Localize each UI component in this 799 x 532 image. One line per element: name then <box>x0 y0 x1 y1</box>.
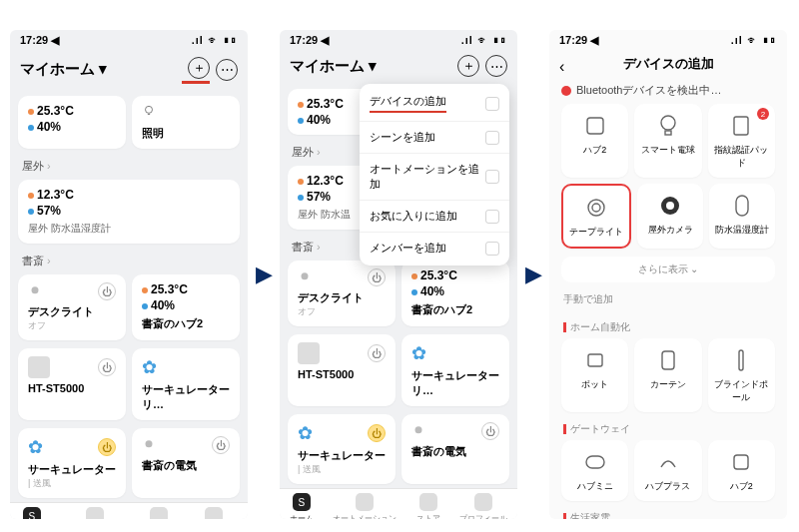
speaker-icon <box>28 356 50 378</box>
device-outdoor-camera[interactable]: 屋外カメラ <box>637 184 703 249</box>
screen-add-device: 17:29 ◀.ıl ᯤ ▮▯ ‹ デバイスの追加 Bluetoothデバイスを… <box>549 30 787 519</box>
study-light-card[interactable]: ⏻ 書斎の電気 <box>132 428 240 498</box>
device-icon <box>485 97 499 111</box>
power-toggle[interactable]: ⏻ <box>98 358 116 376</box>
tab-automation[interactable]: オートメーション <box>63 507 127 519</box>
add-button[interactable]: ＋ <box>457 55 479 77</box>
home-title[interactable]: マイホーム ▾ <box>290 57 377 76</box>
device-strip-light[interactable]: テープライト <box>561 184 631 249</box>
menu-add-member[interactable]: メンバーを追加 <box>360 233 509 264</box>
svg-point-5 <box>415 426 422 433</box>
power-toggle[interactable]: ⏻ <box>98 282 116 300</box>
section-gateway: ゲートウェイ <box>549 412 787 440</box>
back-button[interactable]: ‹ <box>559 58 564 76</box>
more-button[interactable]: ⋯ <box>485 55 507 77</box>
badge: 2 <box>757 108 769 120</box>
svg-rect-19 <box>734 455 748 469</box>
power-toggle[interactable]: ⏻ <box>212 436 230 454</box>
tab-profile[interactable]: プロフィール <box>190 507 238 519</box>
outdoor-env-card[interactable]: 12.3°C 57% 屋外 防水温湿度計 <box>18 180 240 244</box>
menu-add-device[interactable]: デバイスの追加 <box>360 86 509 122</box>
menu-add-favorite[interactable]: お気に入りに追加 <box>360 201 509 233</box>
svg-point-0 <box>146 106 153 113</box>
lighting-card[interactable]: 照明 <box>132 96 240 149</box>
svg-rect-6 <box>587 118 603 134</box>
svg-rect-9 <box>734 117 748 135</box>
device-keypad[interactable]: 2指紋認証パッド <box>708 104 775 178</box>
device-smart-bulb[interactable]: スマート電球 <box>634 104 701 178</box>
screen-home: 17:29 ◀ .ıl ᯤ ▮▯ マイホーム ▾ ＋ ⋯ 25.3°C 40% … <box>10 30 248 519</box>
indoor-env-card[interactable]: 25.3°C 40% <box>18 96 126 149</box>
show-more-button[interactable]: さらに表示 ⌄ <box>561 257 775 282</box>
device-blind-pole[interactable]: ブラインドポール <box>708 338 775 412</box>
menu-add-scene[interactable]: シーンを追加 <box>360 122 509 154</box>
svg-point-7 <box>661 116 675 130</box>
desk-light-card[interactable]: ⏻ デスクライト オフ <box>18 274 126 340</box>
bulb-icon <box>28 284 42 298</box>
add-button[interactable]: ＋ <box>188 57 210 79</box>
device-grid-row2: テープライト 屋外カメラ 防水温湿度計 <box>549 184 787 249</box>
section-outdoor[interactable]: 屋外 <box>10 153 248 176</box>
lighting-label: 照明 <box>142 126 230 141</box>
device-grid-row1: ハブ2 スマート電球 2指紋認証パッド <box>549 104 787 178</box>
svg-rect-15 <box>588 354 602 366</box>
tab-profile[interactable]: プロフィール <box>459 493 507 519</box>
device-hub2[interactable]: ハブ2 <box>561 104 628 178</box>
svg-rect-18 <box>586 456 604 468</box>
more-button[interactable]: ⋯ <box>216 59 238 81</box>
screen-home-menu: 17:29 ◀.ıl ᯤ ▮▯ マイホーム ▾ ＋ ⋯ 25.3°C 40% 屋… <box>280 30 517 519</box>
section-manual: 手動で追加 <box>549 282 787 310</box>
device-waterproof-meter[interactable]: 防水温湿度計 <box>709 184 775 249</box>
tab-store[interactable]: ストア <box>147 507 171 519</box>
circulator-card[interactable]: ✿⏻ サーキュレーター | 送風 <box>18 428 126 498</box>
page-title: デバイスの追加 <box>549 49 787 79</box>
status-bar: 17:29 ◀ .ıl ᯤ ▮▯ <box>10 30 248 49</box>
record-dot-icon <box>561 86 571 96</box>
section-home-automation: ホーム自動化 <box>549 310 787 338</box>
person-icon <box>485 242 499 256</box>
tab-store[interactable]: ストア <box>416 493 440 519</box>
svg-point-2 <box>32 286 39 293</box>
svg-rect-8 <box>665 131 671 135</box>
device-curtain[interactable]: カーテン <box>634 338 701 412</box>
device-hub-mini[interactable]: ハブミニ <box>561 440 628 501</box>
tab-automation[interactable]: オートメーション <box>333 493 397 519</box>
ht-card[interactable]: ⏻ HT-ST5000 <box>18 348 126 420</box>
status-icons: .ıl ᯤ ▮▯ <box>192 34 238 47</box>
tab-bar: Sホーム オートメーション ストア プロフィール <box>10 502 248 519</box>
svg-point-13 <box>666 202 674 210</box>
svg-rect-16 <box>662 351 674 369</box>
add-menu-popup: デバイスの追加 シーンを追加 オートメーションを追加 お気に入りに追加 メンバー… <box>360 84 509 266</box>
automation-icon <box>485 170 499 184</box>
scene-icon <box>485 131 499 145</box>
svg-point-3 <box>146 440 153 447</box>
svg-rect-14 <box>736 196 748 216</box>
fan-icon: ✿ <box>142 356 157 378</box>
svg-rect-17 <box>739 350 743 370</box>
device-hub2b[interactable]: ハブ2 <box>708 440 775 501</box>
flow-arrow-icon: ▶ <box>523 30 543 519</box>
svg-point-11 <box>592 204 600 212</box>
power-toggle[interactable]: ⏻ <box>98 438 116 456</box>
tab-home[interactable]: Sホーム <box>20 507 44 519</box>
outdoor-device-label: 屋外 防水温湿度計 <box>28 222 230 236</box>
study-hub-card[interactable]: 25.3°C 40% 書斎のハブ2 <box>132 274 240 340</box>
tab-home[interactable]: Sホーム <box>290 493 314 519</box>
home-title[interactable]: マイホーム ▾ <box>20 60 107 79</box>
svg-point-4 <box>302 272 309 279</box>
flow-arrow-icon: ▶ <box>254 30 274 519</box>
section-appliance: 生活家電 <box>549 501 787 519</box>
device-hub-plus[interactable]: ハブプラス <box>634 440 701 501</box>
menu-add-automation[interactable]: オートメーションを追加 <box>360 154 509 201</box>
bulb-icon <box>142 438 156 452</box>
heart-icon <box>485 210 499 224</box>
fan-icon: ✿ <box>28 436 43 458</box>
section-study[interactable]: 書斎 <box>10 248 248 270</box>
svg-point-10 <box>588 200 604 216</box>
bulb-icon <box>142 104 156 118</box>
circulator-remote-card[interactable]: ✿ サーキュレーターリ… <box>132 348 240 420</box>
bluetooth-scan-row: Bluetoothデバイスを検出中… <box>549 79 787 104</box>
device-bot[interactable]: ボット <box>561 338 628 412</box>
